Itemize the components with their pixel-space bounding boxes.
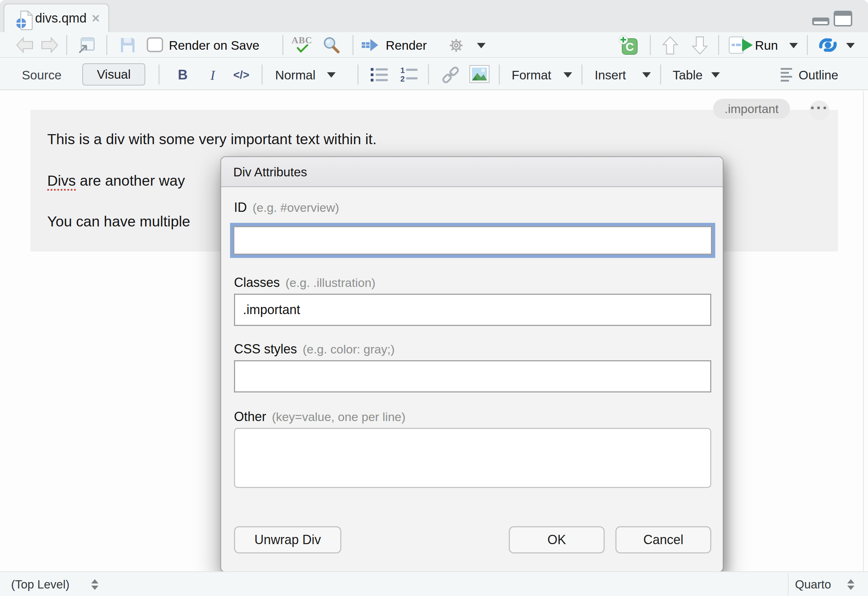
run-options-caret-icon[interactable]: [789, 43, 798, 48]
back-icon[interactable]: [16, 37, 34, 53]
tab-title: divs.qmd: [35, 11, 87, 26]
rstudio-source-pane: divs.qmd ✕: [0, 0, 868, 596]
run-next-chunk-icon[interactable]: [692, 36, 708, 55]
scrollbar-track[interactable]: [863, 91, 864, 571]
bullet-list-icon[interactable]: [370, 66, 389, 83]
paragraph-style-caret-icon[interactable]: [327, 72, 336, 78]
separator: [718, 35, 719, 55]
classes-hint: (e.g. .illustration): [285, 276, 375, 289]
render-icon[interactable]: [362, 38, 379, 53]
document-type-dropdown[interactable]: Quarto: [795, 578, 831, 592]
quarto-file-icon: [16, 10, 34, 31]
id-label: ID(e.g. #overview): [234, 200, 339, 215]
svg-text:2: 2: [400, 74, 404, 83]
separator: [158, 64, 159, 84]
image-icon[interactable]: [469, 65, 489, 83]
separator: [582, 64, 583, 84]
maximize-pane-icon[interactable]: [834, 11, 852, 27]
separator: [499, 64, 500, 84]
source-options-caret-icon[interactable]: [846, 43, 855, 48]
popout-window-icon[interactable]: [78, 37, 96, 54]
italic-button[interactable]: I: [210, 67, 215, 83]
render-on-save-checkbox[interactable]: [147, 37, 163, 52]
paragraph: This is a div with some very important t…: [47, 131, 377, 148]
format-menu[interactable]: Format: [512, 68, 551, 82]
separator: [650, 35, 651, 55]
table-menu[interactable]: Table: [673, 68, 703, 82]
paragraph: Divs are another way: [47, 173, 185, 189]
run-icon[interactable]: [728, 36, 753, 54]
visual-mode-button[interactable]: Visual: [82, 63, 145, 86]
code-button[interactable]: </>: [233, 69, 249, 81]
forward-icon[interactable]: [41, 37, 59, 53]
run-previous-chunks-icon[interactable]: [662, 36, 678, 55]
outline-location-dropdown[interactable]: (Top Level): [11, 578, 69, 592]
separator: [106, 35, 107, 55]
numbered-list-icon[interactable]: 1 2: [400, 66, 419, 83]
separator: [660, 64, 661, 84]
format-menu-caret-icon[interactable]: [564, 72, 572, 78]
id-input[interactable]: [233, 226, 712, 255]
location-stepper-icon[interactable]: [91, 579, 98, 590]
ok-button[interactable]: OK: [509, 526, 605, 553]
source-document-icon[interactable]: [818, 37, 838, 53]
outline-toggle[interactable]: Outline: [799, 68, 838, 82]
svg-text:1: 1: [400, 66, 404, 75]
id-label-text: ID: [234, 200, 247, 215]
separator: [428, 64, 429, 84]
css-styles-label-text: CSS styles: [234, 342, 297, 356]
paragraph-text: are another way: [76, 173, 185, 189]
classes-label: Classes(e.g. .illustration): [234, 275, 375, 290]
render-on-save-label: Render on Save: [169, 38, 260, 53]
render-options-caret-icon[interactable]: [477, 43, 486, 48]
id-input-focus-ring: [230, 223, 715, 258]
gear-icon[interactable]: [447, 37, 465, 55]
div-class-badge[interactable]: .important: [713, 99, 790, 119]
dialog-buttons: Unwrap Div OK Cancel: [234, 526, 711, 553]
separator: [66, 35, 67, 55]
id-hint: (e.g. #overview): [252, 201, 339, 214]
separator: [353, 35, 353, 55]
classes-input[interactable]: [234, 294, 711, 326]
paragraph-style-dropdown[interactable]: Normal: [275, 68, 316, 82]
tab-bar: divs.qmd ✕: [0, 0, 868, 32]
insert-menu[interactable]: Insert: [595, 68, 626, 82]
outline-icon[interactable]: [781, 67, 795, 82]
main-toolbar: Render on Save ABC Render: [0, 32, 868, 58]
table-menu-caret-icon[interactable]: [711, 72, 720, 78]
css-styles-hint: (e.g. color: gray;): [303, 342, 395, 356]
tab-divs-qmd[interactable]: divs.qmd ✕: [4, 4, 109, 32]
status-bar: (Top Level) Quarto: [0, 571, 868, 596]
unwrap-div-button[interactable]: Unwrap Div: [234, 526, 341, 553]
paragraph: You can have multiple: [47, 213, 190, 230]
spellcheck-icon[interactable]: ABC: [292, 35, 312, 53]
format-toolbar: Source Visual B I </> Normal 1 2: [0, 59, 868, 90]
div-options-ellipsis-icon[interactable]: ···: [809, 100, 830, 121]
separator: [357, 64, 359, 84]
separator: [282, 35, 283, 55]
insert-menu-caret-icon[interactable]: [642, 72, 651, 78]
document-type-stepper-icon[interactable]: [847, 579, 855, 590]
search-icon[interactable]: [322, 36, 340, 54]
minimize-pane-icon[interactable]: [812, 17, 830, 26]
insert-chunk-icon[interactable]: C: [619, 35, 639, 55]
run-button[interactable]: Run: [755, 38, 778, 53]
classes-label-text: Classes: [234, 275, 280, 290]
tab-close-icon[interactable]: ✕: [91, 12, 100, 25]
other-label: Other(key=value, one per line): [234, 409, 405, 424]
dialog-titlebar[interactable]: Div Attributes: [221, 157, 723, 187]
link-icon[interactable]: [441, 66, 460, 84]
other-label-text: Other: [234, 409, 266, 424]
separator: [261, 64, 263, 84]
other-input[interactable]: [234, 428, 711, 488]
separator: [788, 574, 788, 595]
save-icon[interactable]: [120, 37, 136, 53]
cancel-button[interactable]: Cancel: [616, 526, 711, 553]
div-attributes-dialog: Div Attributes ID(e.g. #overview) Classe…: [220, 156, 723, 572]
render-button[interactable]: Render: [386, 38, 427, 53]
other-hint: (key=value, one per line): [272, 410, 405, 423]
dialog-title: Div Attributes: [233, 165, 307, 179]
css-styles-input[interactable]: [234, 360, 711, 392]
source-mode-button[interactable]: Source: [22, 68, 62, 82]
bold-button[interactable]: B: [178, 67, 187, 83]
